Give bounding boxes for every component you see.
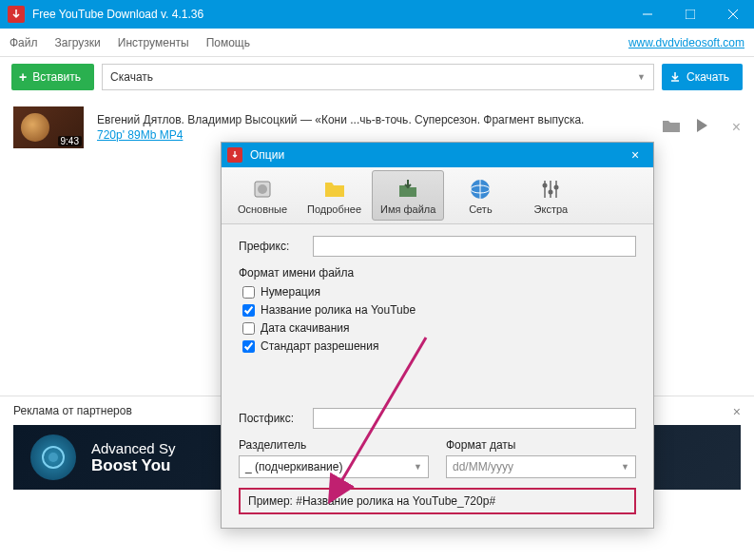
sliders-icon bbox=[538, 177, 563, 202]
youtube-title-checkbox[interactable] bbox=[242, 304, 255, 317]
close-button[interactable] bbox=[711, 0, 754, 29]
prefix-input[interactable] bbox=[313, 236, 636, 257]
row-close-icon[interactable]: × bbox=[732, 119, 741, 136]
separator-label: Разделитель bbox=[239, 438, 429, 452]
download-icon bbox=[669, 71, 681, 83]
format-section-label: Формат имени файла bbox=[239, 266, 636, 280]
tab-main[interactable]: Основные bbox=[228, 170, 297, 221]
chevron-down-icon: ▼ bbox=[621, 462, 629, 472]
menu-tools[interactable]: Инструменты bbox=[118, 36, 189, 49]
svg-point-15 bbox=[549, 189, 553, 194]
svg-point-5 bbox=[48, 453, 58, 462]
minimize-button[interactable] bbox=[626, 0, 668, 29]
hdd-icon bbox=[250, 177, 275, 202]
options-dialog: Опции × Основные Подробнее Имя файла Сет… bbox=[221, 142, 654, 529]
youtube-title-label: Название ролика на YouTube bbox=[261, 303, 416, 317]
download-date-checkbox[interactable] bbox=[242, 322, 255, 335]
download-date-label: Дата скачивания bbox=[261, 321, 350, 335]
insert-button[interactable]: + Вставить bbox=[11, 64, 94, 90]
numbering-label: Нумерация bbox=[261, 285, 320, 299]
date-format-select[interactable]: dd/MM/yyyy ▼ bbox=[446, 455, 636, 478]
svg-point-7 bbox=[258, 184, 267, 194]
tab-details[interactable]: Подробнее bbox=[299, 170, 370, 221]
maximize-button[interactable] bbox=[668, 0, 711, 29]
chevron-down-icon: ▼ bbox=[637, 72, 646, 82]
svg-rect-1 bbox=[686, 10, 695, 19]
date-format-label: Формат даты bbox=[446, 438, 636, 452]
dialog-close-button[interactable]: × bbox=[623, 147, 648, 163]
video-title: Евгений Дятлов. Владимир Высоцкий — «Кон… bbox=[97, 113, 648, 126]
menu-file[interactable]: Файл bbox=[10, 36, 38, 49]
download-label: Скачать bbox=[686, 70, 729, 84]
postfix-label: Постфикс: bbox=[239, 412, 307, 425]
ad-line2: Boost You bbox=[91, 456, 175, 475]
menu-downloads[interactable]: Загрузки bbox=[55, 36, 101, 49]
ad-product-icon bbox=[30, 434, 76, 480]
ad-close-icon[interactable]: × bbox=[733, 404, 741, 419]
dialog-app-icon bbox=[227, 147, 242, 163]
resolution-label: Стандарт разрешения bbox=[261, 339, 378, 353]
folder-icon bbox=[322, 177, 347, 202]
numbering-checkbox[interactable] bbox=[242, 286, 255, 299]
video-duration: 9:43 bbox=[58, 136, 82, 146]
postfix-input[interactable] bbox=[313, 408, 636, 429]
chevron-down-icon: ▼ bbox=[414, 462, 422, 472]
tab-extra[interactable]: Экстра bbox=[516, 170, 585, 221]
globe-icon bbox=[468, 177, 493, 202]
insert-label: Вставить bbox=[32, 70, 81, 84]
tab-network[interactable]: Сеть bbox=[446, 170, 514, 221]
svg-point-14 bbox=[543, 183, 548, 187]
dialog-title: Опции bbox=[250, 148, 623, 162]
play-icon[interactable] bbox=[694, 118, 709, 137]
app-icon bbox=[8, 6, 25, 23]
app-title: Free YouTube Download v. 4.1.36 bbox=[32, 8, 626, 21]
svg-point-16 bbox=[554, 184, 559, 189]
video-format-link[interactable]: 720p' 89Mb MP4 bbox=[97, 128, 183, 142]
select-value: Скачать bbox=[110, 70, 153, 84]
download-folder-icon bbox=[396, 177, 420, 202]
plus-icon: + bbox=[19, 69, 27, 85]
download-mode-select[interactable]: Скачать ▼ bbox=[102, 64, 654, 90]
video-thumbnail: 9:43 bbox=[13, 106, 84, 148]
prefix-label: Префикс: bbox=[239, 240, 307, 253]
ad-section-label: Реклама от партнеров bbox=[13, 404, 132, 419]
menu-help[interactable]: Помощь bbox=[206, 36, 250, 49]
example-box: Пример: #Название ролика на YouTube_720p… bbox=[239, 488, 636, 514]
tab-filename[interactable]: Имя файла bbox=[372, 170, 444, 221]
website-link[interactable]: www.dvdvideosoft.com bbox=[628, 36, 744, 49]
download-button[interactable]: Скачать bbox=[662, 64, 743, 90]
separator-select[interactable]: _ (подчеркивание) ▼ bbox=[239, 455, 429, 478]
ad-line1: Advanced Sy bbox=[91, 440, 175, 456]
resolution-checkbox[interactable] bbox=[242, 340, 255, 353]
folder-icon[interactable] bbox=[662, 118, 681, 137]
